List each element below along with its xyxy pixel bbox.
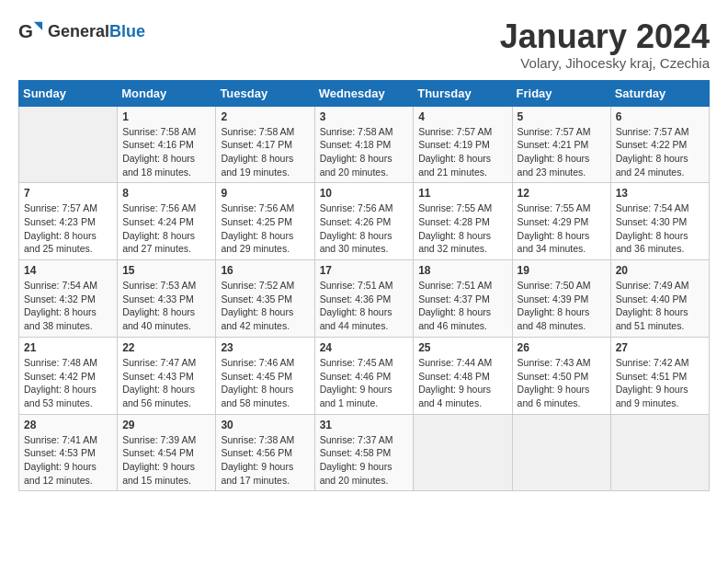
- cell-info: Sunrise: 7:42 AMSunset: 4:51 PMDaylight:…: [616, 356, 704, 410]
- day-number: 23: [221, 341, 309, 354]
- day-number: 24: [320, 341, 409, 354]
- day-number: 19: [518, 264, 606, 277]
- day-number: 7: [24, 187, 112, 200]
- day-number: 8: [122, 187, 210, 200]
- day-number: 21: [24, 341, 112, 354]
- day-header-wednesday: Wednesday: [314, 80, 414, 106]
- cell-info: Sunrise: 7:37 AMSunset: 4:58 PMDaylight:…: [320, 433, 409, 488]
- calendar-cell: 29Sunrise: 7:39 AMSunset: 4:54 PMDayligh…: [118, 414, 216, 491]
- calendar-cell: 3Sunrise: 7:58 AMSunset: 4:18 PMDaylight…: [314, 106, 414, 183]
- calendar-cell: 24Sunrise: 7:45 AMSunset: 4:46 PMDayligh…: [314, 337, 414, 414]
- day-header-saturday: Saturday: [610, 80, 709, 106]
- calendar-cell: 11Sunrise: 7:55 AMSunset: 4:28 PMDayligh…: [414, 183, 512, 260]
- day-number: 3: [320, 110, 409, 123]
- svg-marker-1: [34, 22, 42, 30]
- calendar-week-row: 14Sunrise: 7:54 AMSunset: 4:32 PMDayligh…: [19, 260, 710, 338]
- calendar-cell: 7Sunrise: 7:57 AMSunset: 4:23 PMDaylight…: [19, 183, 118, 260]
- calendar-week-row: 21Sunrise: 7:48 AMSunset: 4:42 PMDayligh…: [19, 337, 710, 414]
- calendar-week-row: 1Sunrise: 7:58 AMSunset: 4:16 PMDaylight…: [19, 106, 710, 183]
- calendar-week-row: 7Sunrise: 7:57 AMSunset: 4:23 PMDaylight…: [19, 183, 710, 260]
- calendar-cell: 23Sunrise: 7:46 AMSunset: 4:45 PMDayligh…: [216, 337, 314, 414]
- day-number: 20: [616, 264, 704, 277]
- cell-info: Sunrise: 7:57 AMSunset: 4:21 PMDaylight:…: [518, 125, 606, 179]
- day-header-tuesday: Tuesday: [216, 80, 314, 106]
- day-header-sunday: Sunday: [19, 80, 118, 106]
- logo-icon: G: [18, 18, 44, 44]
- day-number: 18: [418, 264, 506, 277]
- calendar-cell: 25Sunrise: 7:44 AMSunset: 4:48 PMDayligh…: [414, 337, 512, 414]
- day-number: 29: [122, 419, 210, 431]
- logo-blue: Blue: [109, 22, 145, 40]
- calendar-cell: 21Sunrise: 7:48 AMSunset: 4:42 PMDayligh…: [19, 337, 118, 414]
- calendar-cell: 15Sunrise: 7:53 AMSunset: 4:33 PMDayligh…: [118, 260, 216, 338]
- calendar-cell: 13Sunrise: 7:54 AMSunset: 4:30 PMDayligh…: [610, 183, 709, 260]
- day-header-thursday: Thursday: [414, 80, 512, 106]
- day-number: 9: [221, 187, 309, 200]
- calendar-cell: 18Sunrise: 7:51 AMSunset: 4:37 PMDayligh…: [414, 260, 512, 338]
- day-number: 5: [518, 110, 606, 123]
- day-header-monday: Monday: [118, 80, 216, 106]
- calendar-cell: 22Sunrise: 7:47 AMSunset: 4:43 PMDayligh…: [118, 337, 216, 414]
- calendar-cell: 6Sunrise: 7:57 AMSunset: 4:22 PMDaylight…: [610, 106, 709, 183]
- cell-info: Sunrise: 7:46 AMSunset: 4:45 PMDaylight:…: [221, 356, 309, 410]
- calendar-cell: 10Sunrise: 7:56 AMSunset: 4:26 PMDayligh…: [314, 183, 414, 260]
- cell-info: Sunrise: 7:43 AMSunset: 4:50 PMDaylight:…: [518, 356, 606, 410]
- calendar-cell: [414, 414, 512, 491]
- cell-info: Sunrise: 7:58 AMSunset: 4:17 PMDaylight:…: [221, 125, 309, 179]
- day-number: 16: [221, 264, 309, 277]
- cell-info: Sunrise: 7:38 AMSunset: 4:56 PMDaylight:…: [221, 433, 309, 488]
- calendar-header-row: SundayMondayTuesdayWednesdayThursdayFrid…: [19, 80, 710, 106]
- day-number: 15: [122, 264, 210, 277]
- cell-info: Sunrise: 7:57 AMSunset: 4:23 PMDaylight:…: [24, 201, 112, 256]
- calendar-cell: 1Sunrise: 7:58 AMSunset: 4:16 PMDaylight…: [118, 106, 216, 183]
- calendar-cell: 27Sunrise: 7:42 AMSunset: 4:51 PMDayligh…: [610, 337, 709, 414]
- calendar-week-row: 28Sunrise: 7:41 AMSunset: 4:53 PMDayligh…: [19, 414, 710, 491]
- calendar-cell: 30Sunrise: 7:38 AMSunset: 4:56 PMDayligh…: [216, 414, 314, 491]
- cell-info: Sunrise: 7:45 AMSunset: 4:46 PMDaylight:…: [320, 356, 409, 410]
- calendar-cell: 17Sunrise: 7:51 AMSunset: 4:36 PMDayligh…: [314, 260, 414, 338]
- title-area: January 2024 Volary, Jihocesky kraj, Cze…: [500, 18, 710, 71]
- cell-info: Sunrise: 7:52 AMSunset: 4:35 PMDaylight:…: [221, 279, 309, 333]
- calendar-cell: 4Sunrise: 7:57 AMSunset: 4:19 PMDaylight…: [414, 106, 512, 183]
- logo: G GeneralBlue: [18, 18, 145, 44]
- calendar-cell: 19Sunrise: 7:50 AMSunset: 4:39 PMDayligh…: [512, 260, 610, 338]
- cell-info: Sunrise: 7:44 AMSunset: 4:48 PMDaylight:…: [418, 356, 506, 410]
- cell-info: Sunrise: 7:50 AMSunset: 4:39 PMDaylight:…: [518, 279, 606, 333]
- month-title: January 2024: [500, 18, 710, 55]
- cell-info: Sunrise: 7:49 AMSunset: 4:40 PMDaylight:…: [616, 279, 704, 333]
- day-number: 4: [418, 110, 506, 123]
- calendar-cell: 5Sunrise: 7:57 AMSunset: 4:21 PMDaylight…: [512, 106, 610, 183]
- cell-info: Sunrise: 7:41 AMSunset: 4:53 PMDaylight:…: [24, 433, 112, 488]
- cell-info: Sunrise: 7:53 AMSunset: 4:33 PMDaylight:…: [122, 279, 210, 333]
- day-header-friday: Friday: [512, 80, 610, 106]
- calendar-cell: 9Sunrise: 7:56 AMSunset: 4:25 PMDaylight…: [216, 183, 314, 260]
- cell-info: Sunrise: 7:51 AMSunset: 4:37 PMDaylight:…: [418, 279, 506, 333]
- day-number: 14: [24, 264, 112, 277]
- svg-text:G: G: [18, 20, 33, 41]
- day-number: 12: [518, 187, 606, 200]
- day-number: 28: [24, 419, 112, 431]
- location-title: Volary, Jihocesky kraj, Czechia: [500, 55, 710, 71]
- cell-info: Sunrise: 7:51 AMSunset: 4:36 PMDaylight:…: [320, 279, 409, 333]
- cell-info: Sunrise: 7:58 AMSunset: 4:16 PMDaylight:…: [122, 125, 210, 179]
- calendar-cell: 16Sunrise: 7:52 AMSunset: 4:35 PMDayligh…: [216, 260, 314, 338]
- calendar-cell: 26Sunrise: 7:43 AMSunset: 4:50 PMDayligh…: [512, 337, 610, 414]
- calendar-cell: 14Sunrise: 7:54 AMSunset: 4:32 PMDayligh…: [19, 260, 118, 338]
- cell-info: Sunrise: 7:39 AMSunset: 4:54 PMDaylight:…: [122, 433, 210, 488]
- day-number: 30: [221, 419, 309, 431]
- cell-info: Sunrise: 7:56 AMSunset: 4:26 PMDaylight:…: [320, 201, 409, 256]
- cell-info: Sunrise: 7:47 AMSunset: 4:43 PMDaylight:…: [122, 356, 210, 410]
- cell-info: Sunrise: 7:55 AMSunset: 4:28 PMDaylight:…: [418, 201, 506, 256]
- calendar-cell: [19, 106, 118, 183]
- calendar-cell: 31Sunrise: 7:37 AMSunset: 4:58 PMDayligh…: [314, 414, 414, 491]
- day-number: 31: [320, 419, 409, 431]
- day-number: 17: [320, 264, 409, 277]
- cell-info: Sunrise: 7:48 AMSunset: 4:42 PMDaylight:…: [24, 356, 112, 410]
- day-number: 11: [418, 187, 506, 200]
- day-number: 25: [418, 341, 506, 354]
- cell-info: Sunrise: 7:56 AMSunset: 4:25 PMDaylight:…: [221, 201, 309, 256]
- page-header: G GeneralBlue January 2024 Volary, Jihoc…: [18, 18, 710, 71]
- calendar-cell: 28Sunrise: 7:41 AMSunset: 4:53 PMDayligh…: [19, 414, 118, 491]
- calendar-cell: [610, 414, 709, 491]
- day-number: 10: [320, 187, 409, 200]
